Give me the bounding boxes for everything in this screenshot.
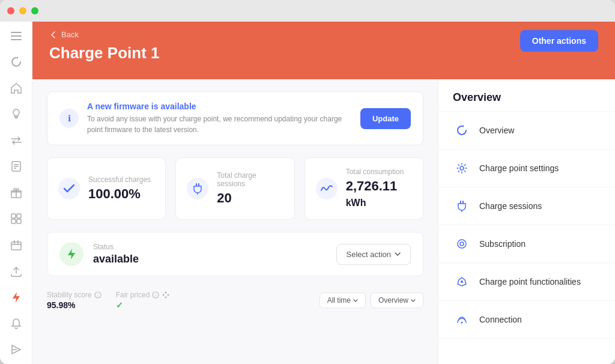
- checkmark-icon: [58, 178, 80, 199]
- nav-settings-label: Charge point settings: [479, 163, 559, 173]
- status-value: available: [93, 253, 139, 265]
- transfer-icon[interactable]: [9, 133, 23, 148]
- nav-connection[interactable]: Connection: [438, 301, 615, 339]
- stat-card-successful: Successful charges 100.00%: [47, 157, 166, 220]
- upload-icon[interactable]: [9, 264, 23, 279]
- svg-text:i: i: [155, 293, 156, 297]
- back-link[interactable]: Back: [49, 30, 598, 39]
- stats-row: Successful charges 100.00%: [47, 157, 423, 220]
- lightbulb-icon[interactable]: [9, 108, 23, 122]
- header-area: Back Charge Point 1 Other actions: [32, 22, 615, 79]
- select-action-button[interactable]: Select action: [336, 244, 411, 265]
- svg-point-31: [461, 281, 463, 283]
- stat-consumption-value: 2,726.11kWh: [346, 178, 404, 210]
- svg-point-30: [460, 242, 464, 246]
- document-icon[interactable]: [9, 160, 23, 174]
- time-filter-button[interactable]: All time: [320, 293, 366, 308]
- wave-icon: [316, 178, 338, 199]
- nav-sessions-icon: [453, 197, 471, 215]
- send-icon[interactable]: [9, 342, 23, 357]
- firmware-text: A new firmware is available To avoid any…: [87, 102, 352, 135]
- status-card: Status available Select action: [47, 232, 423, 276]
- svg-text:i: i: [97, 293, 98, 297]
- nav-connection-label: Connection: [479, 315, 522, 324]
- svg-rect-12: [11, 214, 16, 218]
- nav-functionalities-label: Charge point functionalities: [479, 277, 581, 287]
- right-panel-title: Overview: [438, 79, 615, 112]
- svg-rect-1: [11, 35, 22, 37]
- stat-sessions-label: Total charge sessions: [217, 171, 283, 188]
- svg-rect-3: [14, 117, 18, 118]
- refresh-icon[interactable]: [9, 55, 23, 70]
- recycle-icon: [162, 291, 170, 299]
- info-icon: ℹ: [59, 109, 79, 128]
- svg-point-25: [460, 166, 464, 170]
- stat-consumption-content: Total consumption 2,726.11kWh: [346, 168, 404, 210]
- stat-sessions-content: Total charge sessions 20: [217, 171, 283, 206]
- overview-filter-button[interactable]: Overview: [371, 293, 423, 308]
- fair-priced-stat: Fair priced i: [116, 291, 171, 310]
- nav-sessions-label: Charge sessions: [479, 201, 542, 211]
- content-area: ℹ A new firmware is available To avoid a…: [32, 79, 615, 364]
- svg-rect-14: [11, 219, 16, 223]
- svg-rect-2: [11, 39, 22, 40]
- svg-rect-16: [11, 242, 21, 250]
- stat-successful-value: 100.00%: [88, 186, 151, 202]
- nav-overview[interactable]: Overview: [438, 112, 615, 150]
- nav-subscription-icon: [453, 235, 471, 253]
- status-content: Status available: [93, 243, 139, 265]
- other-actions-button[interactable]: Other actions: [520, 30, 598, 52]
- app-body: Back Charge Point 1 Other actions ℹ A ne…: [0, 22, 615, 364]
- nav-functionalities[interactable]: Charge point functionalities: [438, 263, 615, 301]
- lightning-icon[interactable]: [9, 290, 23, 305]
- main-panel: ℹ A new firmware is available To avoid a…: [32, 79, 438, 364]
- bottom-stats: Stability score i 95.98% Fair priced: [47, 286, 423, 315]
- stat-card-consumption: Total consumption 2,726.11kWh: [304, 157, 423, 220]
- nav-charge-sessions[interactable]: Charge sessions: [438, 187, 615, 225]
- svg-rect-13: [17, 214, 21, 218]
- nav-overview-icon: [453, 121, 471, 139]
- right-panel: Overview Overview: [438, 79, 615, 364]
- bell-icon[interactable]: [9, 317, 23, 331]
- stat-successful-label: Successful charges: [88, 175, 151, 184]
- box-icon[interactable]: [9, 238, 23, 252]
- stability-label: Stability score: [47, 291, 92, 299]
- home-icon[interactable]: [9, 81, 23, 96]
- firmware-notice: ℹ A new firmware is available To avoid a…: [47, 91, 423, 145]
- fair-priced-label: Fair priced: [116, 291, 150, 299]
- svg-point-29: [458, 240, 466, 248]
- nav-settings-icon: [453, 159, 471, 177]
- nav-subscription[interactable]: Subscription: [438, 225, 615, 263]
- stat-card-sessions: Total charge sessions 20: [175, 157, 294, 220]
- app-window: Back Charge Point 1 Other actions ℹ A ne…: [0, 0, 615, 364]
- nav-subscription-label: Subscription: [479, 239, 526, 249]
- svg-point-32: [461, 322, 463, 324]
- nav-overview-label: Overview: [479, 126, 514, 135]
- nav-connection-icon: [453, 311, 471, 329]
- menu-icon[interactable]: [9, 29, 23, 43]
- stability-value: 95.98%: [47, 300, 101, 310]
- status-lightning-icon: [59, 242, 83, 266]
- stat-successful-content: Successful charges 100.00%: [88, 175, 151, 202]
- close-button[interactable]: [7, 7, 14, 14]
- sidebar: [0, 22, 32, 364]
- status-label: Status: [93, 243, 139, 251]
- svg-rect-0: [11, 32, 22, 33]
- grid-icon[interactable]: [9, 212, 23, 226]
- maximize-button[interactable]: [31, 7, 38, 14]
- filter-controls: All time Overview: [320, 293, 423, 308]
- nav-charge-point-settings[interactable]: Charge point settings: [438, 150, 615, 187]
- fair-priced-value: ✓: [116, 300, 171, 310]
- firmware-title: A new firmware is available: [87, 102, 352, 111]
- nav-functionalities-icon: [453, 273, 471, 291]
- svg-rect-4: [15, 118, 17, 119]
- update-button[interactable]: Update: [360, 108, 411, 129]
- page-title: Charge Point 1: [49, 44, 598, 62]
- minimize-button[interactable]: [19, 7, 26, 14]
- stat-sessions-value: 20: [217, 190, 283, 206]
- fair-priced-check-icon: ✓: [116, 300, 123, 310]
- stability-stat: Stability score i 95.98%: [47, 291, 101, 310]
- stat-consumption-label: Total consumption: [346, 168, 404, 176]
- gift-icon[interactable]: [9, 186, 23, 200]
- main-content: Back Charge Point 1 Other actions ℹ A ne…: [32, 22, 615, 364]
